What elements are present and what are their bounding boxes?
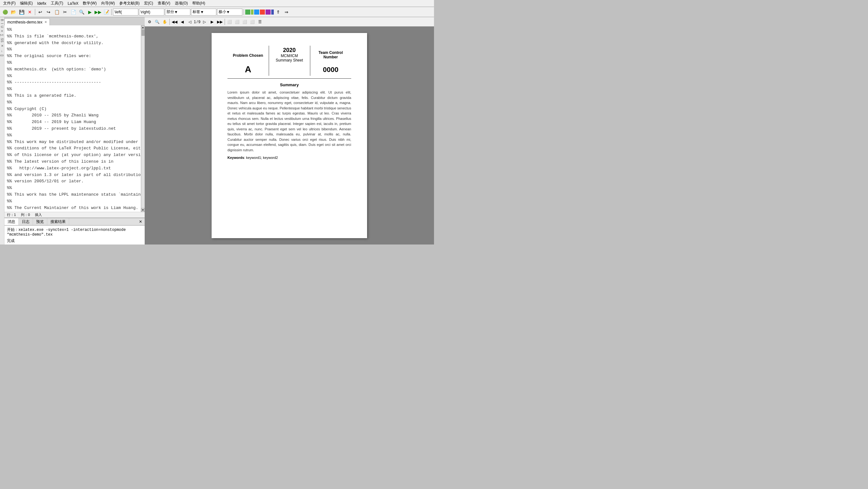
pdf-prev-btn[interactable]: ◀ bbox=[179, 19, 186, 25]
tab-filename: mcmthesis-demo.tex bbox=[7, 20, 42, 25]
pdf-nav-fwd-btn[interactable]: ▷ bbox=[201, 19, 208, 25]
compile-fast-btn[interactable]: ▶▶ bbox=[94, 8, 102, 16]
sidebar-i[interactable]: I bbox=[0, 23, 4, 25]
size-label: 极小 bbox=[219, 9, 226, 14]
menu-wizard[interactable]: 向导(W) bbox=[99, 0, 117, 7]
right-bracket-dropdown[interactable]: \right) bbox=[139, 8, 164, 15]
color-btn4[interactable] bbox=[260, 9, 265, 14]
tab-bar: mcmthesis-demo.tex ✕ bbox=[4, 17, 145, 25]
scroll-thumb[interactable] bbox=[142, 30, 145, 36]
bottom-panel-close[interactable]: ✕ bbox=[136, 219, 145, 225]
color-btn3[interactable] bbox=[254, 9, 259, 14]
pdf-sep1 bbox=[169, 19, 170, 25]
open-file-btn[interactable]: 📂 bbox=[9, 8, 17, 16]
menu-idefix[interactable]: Idefix bbox=[35, 1, 48, 6]
menu-options[interactable]: 选项(O) bbox=[173, 0, 190, 7]
pdf-fit-width-btn[interactable]: ⬜ bbox=[234, 19, 241, 25]
undo-btn[interactable]: ↩ bbox=[36, 8, 44, 16]
pdf-thumb-btn[interactable]: ⬜ bbox=[249, 19, 256, 25]
pdf-hand-btn[interactable]: ✋ bbox=[161, 19, 168, 25]
pdf-next-btn[interactable]: ▶ bbox=[209, 19, 216, 25]
redo-btn[interactable]: ↪ bbox=[45, 8, 52, 16]
tab-log[interactable]: 日志 bbox=[19, 218, 33, 225]
pdf-fit-btn[interactable]: ⬜ bbox=[226, 19, 233, 25]
bottom-content: 开始：xelatex.exe -synctex=1 -interaction=n… bbox=[4, 226, 145, 244]
find-btn[interactable]: 🔍 bbox=[78, 8, 85, 16]
tab-close-btn[interactable]: ✕ bbox=[44, 20, 47, 24]
pdf-settings-btn[interactable]: ⚙ bbox=[146, 19, 153, 25]
pdf-keywords-label: Keywords bbox=[227, 156, 244, 160]
pdf-page: Problem Chosen 2020 MCM/ICM Summary Shee… bbox=[212, 33, 367, 238]
main-container: B I U ≡ ∑ SS ✕ → [] mcmthesis-demo.tex ✕… bbox=[0, 17, 434, 244]
editor-tab[interactable]: mcmthesis-demo.tex ✕ bbox=[4, 19, 50, 25]
part-dropdown[interactable]: 部分 ▼ bbox=[165, 8, 190, 15]
color-btn5[interactable] bbox=[266, 9, 271, 14]
menu-math[interactable]: 数学(W) bbox=[81, 0, 98, 7]
left-bracket-dropdown[interactable]: \left( bbox=[113, 8, 138, 15]
color-btn2[interactable] bbox=[251, 9, 253, 14]
misc-btn1[interactable]: ⇑ bbox=[274, 8, 282, 16]
scroll-up-arrow[interactable]: ▲ bbox=[141, 25, 145, 29]
copy-btn[interactable]: 📋 bbox=[53, 8, 61, 16]
pdf-nav-back-btn[interactable]: ◁ bbox=[186, 19, 193, 25]
pdf-fit-page-btn[interactable]: ⬜ bbox=[241, 19, 248, 25]
pdf-page-separator: / bbox=[197, 20, 198, 24]
menu-macro[interactable]: 宏(C) bbox=[142, 0, 155, 7]
menu-file[interactable]: 文件(F) bbox=[1, 0, 18, 7]
pdf-page-total: 9 bbox=[198, 20, 200, 24]
paste-btn[interactable]: 📄 bbox=[69, 8, 77, 16]
color-btn1[interactable] bbox=[245, 9, 250, 14]
close-btn[interactable]: ✕ bbox=[26, 8, 34, 16]
sidebar-x[interactable]: ✕ bbox=[0, 43, 4, 48]
label-dropdown[interactable]: 标签 ▼ bbox=[191, 8, 216, 15]
status-row: 行：1 bbox=[7, 213, 16, 217]
scroll-down-arrow[interactable]: ▼ bbox=[141, 208, 145, 212]
toolbar: 🟢 📂 💾 ✕ ↩ ↪ 📋 ✂ 📄 🔍 ▶ ▶▶ 📝 \left( \right… bbox=[0, 7, 434, 17]
tab-preview[interactable]: 预览 bbox=[33, 218, 47, 225]
new-file-btn[interactable]: 🟢 bbox=[1, 8, 9, 16]
sidebar-u[interactable]: U bbox=[0, 25, 4, 29]
team-control-value: 0000 bbox=[312, 66, 350, 74]
pdf-content[interactable]: Problem Chosen 2020 MCM/ICM Summary Shee… bbox=[145, 27, 434, 244]
pdf-mcm: MCM/ICM bbox=[270, 54, 309, 58]
tab-search-results[interactable]: 搜索结果 bbox=[47, 218, 69, 225]
code-editor[interactable]: %% %% This is file `mcmthesis-demo.tex',… bbox=[4, 25, 141, 212]
save-btn[interactable]: 💾 bbox=[18, 8, 25, 16]
menu-latex[interactable]: LaTeX bbox=[66, 1, 80, 6]
pdf-page-info: 1 / 9 bbox=[194, 20, 200, 24]
pdf-panel: ⚙ 🔍 ✋ ◀◀ ◀ ◁ 1 / 9 ▷ ▶ ▶▶ ⬜ ⬜ ⬜ ⬜ ☰ bbox=[145, 17, 434, 244]
pdf-sep2 bbox=[225, 19, 225, 25]
scroll-track bbox=[141, 36, 145, 208]
pdf-body-paragraph: Lorem ipsum dolor sit amet, consectetuer… bbox=[227, 90, 351, 153]
pdf-prev-page-btn[interactable]: ◀◀ bbox=[171, 19, 178, 25]
part-arrow: ▼ bbox=[174, 10, 178, 14]
tab-messages[interactable]: 消息 bbox=[4, 218, 19, 225]
sidebar-ss[interactable]: SS bbox=[0, 37, 4, 43]
sidebar-bracket[interactable]: [] bbox=[0, 54, 4, 57]
pdf-zoom-in-btn[interactable]: 🔍 bbox=[154, 19, 160, 25]
sidebar-arrow[interactable]: → bbox=[0, 49, 4, 53]
sidebar-b[interactable]: B bbox=[0, 19, 4, 22]
sidebar-math[interactable]: ∑ bbox=[0, 33, 4, 37]
menu-references[interactable]: 参考文献(B) bbox=[117, 0, 142, 7]
pdf-summary-label: Summary Sheet bbox=[270, 58, 309, 63]
problem-chosen-label: Problem Chosen bbox=[229, 53, 268, 58]
menu-view[interactable]: 查看(V) bbox=[156, 0, 172, 7]
misc-btn2[interactable]: ⇒ bbox=[283, 8, 290, 16]
bottom-tabs: 消息 日志 预览 搜索结果 ✕ bbox=[4, 218, 145, 226]
bottom-line2: 完成 bbox=[7, 238, 142, 243]
cut-btn[interactable]: ✂ bbox=[61, 8, 69, 16]
log-btn[interactable]: 📝 bbox=[102, 8, 110, 16]
left-sidebar: B I U ≡ ∑ SS ✕ → [] bbox=[0, 17, 4, 244]
sep2 bbox=[111, 9, 112, 15]
menu-help[interactable]: 帮助(H) bbox=[190, 0, 207, 7]
size-dropdown[interactable]: 极小 ▼ bbox=[217, 8, 242, 15]
color-btn6[interactable] bbox=[271, 9, 274, 14]
menu-tools[interactable]: 工具(T) bbox=[49, 0, 65, 7]
compile-btn[interactable]: ▶ bbox=[86, 8, 94, 16]
menu-edit[interactable]: 编辑(E) bbox=[18, 0, 35, 7]
pdf-toc-btn[interactable]: ☰ bbox=[257, 19, 264, 25]
sidebar-list[interactable]: ≡ bbox=[0, 30, 4, 33]
pdf-next-page-btn[interactable]: ▶▶ bbox=[216, 19, 223, 25]
scrollbar-vertical[interactable]: ▲ ▼ bbox=[141, 25, 145, 212]
